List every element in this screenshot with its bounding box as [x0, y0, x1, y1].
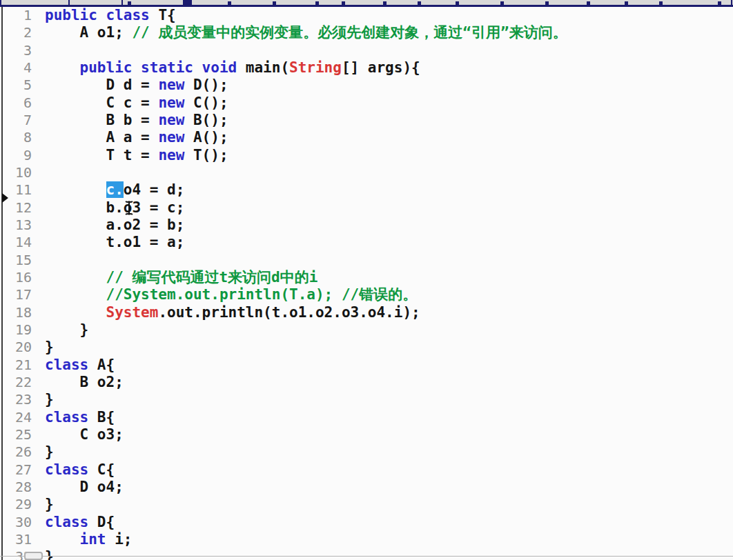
code-line[interactable]: 11 c.o4 = d; [0, 181, 733, 199]
toolbar-icon [183, 0, 192, 5]
code-line[interactable]: 32} [0, 548, 733, 560]
line-number: 27 [0, 461, 32, 479]
code-line[interactable]: 16 // 编写代码通过t来访问d中的i [0, 269, 733, 286]
code-line[interactable]: 25 C o3; [0, 426, 733, 443]
line-number: 26 [0, 443, 32, 461]
line-number: 8 [0, 129, 32, 146]
code-line[interactable]: 29} [0, 496, 733, 513]
code-text: } [45, 496, 54, 513]
toolbar-icon [383, 1, 387, 5]
code-text: class D{ [45, 514, 115, 531]
code-line[interactable]: 9 T t = new T(); [0, 147, 733, 164]
toolbar-icon [587, 1, 590, 5]
code-segment: } [45, 443, 54, 460]
code-text: c.o4 = d; [45, 181, 184, 199]
code-line[interactable]: 4 public static void main(String[] args)… [0, 59, 733, 77]
code-segment: new [158, 112, 184, 128]
code-segment [97, 7, 106, 23]
code-segment: C{ [88, 461, 115, 478]
code-line[interactable]: 24class B{ [0, 409, 733, 426]
code-editor[interactable]: 1public class T{2 A o1; // 成员变量中的实例变量。必须… [0, 7, 733, 560]
code-segment: class [45, 514, 88, 530]
line-number: 29 [0, 496, 32, 513]
code-segment: [] args){ [342, 59, 420, 76]
toolbar-icon [128, 1, 131, 5]
code-line[interactable]: 6 C c = new C(); [0, 94, 733, 112]
line-number: 31 [0, 531, 32, 548]
code-line[interactable]: 5 D d = new D(); [0, 77, 733, 94]
line-number: 1 [0, 7, 32, 24]
code-line[interactable]: 3 [0, 42, 733, 59]
code-text: D o4; [45, 479, 124, 496]
code-text: System.out.println(t.o1.o2.o3.o4.i); [45, 304, 420, 321]
code-segment: public [45, 7, 97, 23]
code-segment: .out.println(t.o1.o2.o3.o4.i); [158, 304, 420, 321]
code-segment: b.o3 = c; [45, 199, 184, 216]
line-number: 2 [0, 24, 32, 41]
code-line[interactable]: 14 t.o1 = a; [0, 234, 733, 251]
code-text: class C{ [45, 461, 115, 479]
code-text: } [45, 548, 54, 560]
code-segment: C c = [45, 94, 158, 111]
code-segment: D d = [45, 77, 158, 93]
toolbar-strip [0, 0, 733, 7]
code-segment: i; [106, 531, 133, 548]
line-number: 30 [0, 514, 32, 531]
code-text: B b = new B(); [45, 112, 228, 129]
code-segment: static [141, 59, 193, 76]
code-line[interactable]: 18 System.out.println(t.o1.o2.o3.o4.i); [0, 304, 733, 321]
code-lines: 1public class T{2 A o1; // 成员变量中的实例变量。必须… [0, 7, 733, 560]
code-text: class B{ [45, 409, 115, 426]
code-line[interactable]: 8 A a = new A(); [0, 129, 733, 146]
code-segment: o4 = d; [124, 181, 185, 198]
code-line[interactable]: 31 int i; [0, 531, 733, 548]
code-segment: //System.out.println(T.a); //错误的。 [106, 286, 418, 303]
code-line[interactable]: 2 A o1; // 成员变量中的实例变量。必须先创建对象，通过“引用”来访问。 [0, 24, 733, 41]
code-line[interactable]: 10 [0, 164, 733, 181]
code-text: b.o3 = c; [45, 199, 184, 217]
code-text: public class T{ [45, 7, 176, 24]
code-line[interactable]: 23} [0, 391, 733, 408]
code-text: A a = new A(); [45, 129, 228, 146]
code-segment: new [158, 77, 184, 93]
code-line[interactable]: 15 [0, 252, 733, 269]
code-line[interactable]: 13 a.o2 = b; [0, 217, 733, 234]
code-line[interactable]: 7 B b = new B(); [0, 112, 733, 129]
code-line[interactable]: 19 } [0, 321, 733, 339]
code-segment: new [158, 147, 184, 163]
code-line[interactable]: 26} [0, 443, 733, 461]
code-segment [45, 304, 106, 321]
toolbar-separator [121, 0, 123, 5]
code-line[interactable]: 30class D{ [0, 514, 733, 531]
code-line[interactable]: 28 D o4; [0, 479, 733, 496]
code-segment: } [45, 339, 54, 355]
code-segment: public [80, 59, 133, 76]
toolbar-icon [418, 1, 421, 5]
code-segment: class [45, 409, 88, 426]
code-line[interactable]: 27class C{ [0, 461, 733, 479]
line-number: 17 [0, 286, 32, 303]
code-segment: D{ [88, 514, 115, 530]
code-line[interactable]: 21class A{ [0, 357, 733, 374]
toolbar-icon [315, 1, 319, 5]
code-line[interactable]: 22 B o2; [0, 374, 733, 391]
code-text: C c = new C(); [45, 94, 228, 112]
line-number: 18 [0, 304, 32, 321]
code-text: T t = new T(); [45, 147, 228, 164]
toolbar-icon [342, 1, 345, 5]
toolbar-separator [68, 0, 70, 5]
code-line[interactable]: 1public class T{ [0, 7, 733, 24]
code-text: B o2; [45, 374, 124, 391]
line-number: 4 [0, 59, 32, 77]
code-text: } [45, 321, 88, 339]
horizontal-scrollbar[interactable] [24, 552, 43, 560]
line-number: 21 [0, 357, 32, 374]
code-line[interactable]: 20} [0, 339, 733, 356]
bottom-divider [0, 556, 733, 557]
code-segment: A(); [184, 129, 228, 146]
code-text: } [45, 339, 54, 356]
line-number: 5 [0, 77, 32, 94]
code-line[interactable]: 12 b.o3 = c; [0, 199, 733, 217]
line-number: 7 [0, 112, 32, 129]
code-line[interactable]: 17 //System.out.println(T.a); //错误的。 [0, 286, 733, 303]
